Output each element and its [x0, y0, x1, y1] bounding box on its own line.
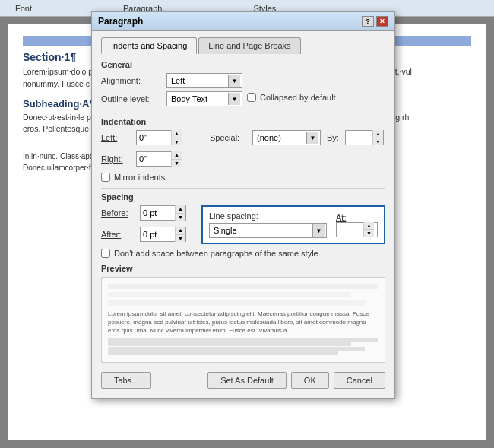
alignment-label: Alignment: [101, 76, 162, 85]
after-row: After: ▲ ▼ [101, 227, 186, 242]
spacing-label: Spacing [101, 192, 385, 202]
dialog-body: Indents and Spacing Line and Page Breaks… [92, 31, 394, 398]
at-label: At: [336, 213, 346, 222]
set-default-button[interactable]: Set As Default [207, 372, 287, 389]
by-spinner: ▲ ▼ [372, 130, 383, 145]
line-spacing-highlight: Line spacing: Single ▼ At: ▲ [201, 205, 385, 244]
before-up[interactable]: ▲ [176, 205, 185, 214]
footer-right-buttons: Set As Default OK Cancel [207, 372, 385, 389]
before-input[interactable]: ▲ ▼ [140, 205, 186, 221]
help-button[interactable]: ? [362, 16, 374, 27]
at-spinner: ▲ ▼ [363, 222, 374, 237]
preview-box: Lorem ipsum dolor sit amet, consectetur … [101, 277, 385, 363]
at-value[interactable] [337, 225, 363, 234]
divider-2 [101, 188, 385, 189]
outline-arrow[interactable]: ▼ [228, 93, 240, 105]
outline-label: Outline level: [101, 94, 162, 103]
ribbon-font: Font [15, 4, 32, 13]
left-indent-spinner: ▲ ▼ [171, 130, 182, 145]
line-spacing-dropdown[interactable]: Single ▼ [209, 223, 327, 238]
after-label: After: [101, 230, 135, 239]
outline-dropdown[interactable]: Body Text ▼ [166, 91, 242, 106]
at-up[interactable]: ▲ [364, 222, 374, 230]
spacing-section: Spacing Before: ▲ ▼ [101, 192, 385, 258]
alignment-arrow[interactable]: ▼ [228, 75, 240, 87]
special-row: Special: (none) ▼ By: [210, 130, 384, 145]
outline-row: Outline level: Body Text ▼ Collapsed by … [101, 91, 385, 106]
before-down[interactable]: ▼ [176, 214, 185, 221]
right-indent-row: Right: ▲ ▼ [101, 151, 182, 167]
left-indent-label: Left: [101, 133, 131, 142]
line-spacing-label: Line spacing: [209, 211, 327, 221]
same-style-row: Don't add space between paragraphs of th… [101, 249, 385, 258]
preview-label: Preview [101, 264, 385, 273]
alignment-dropdown[interactable]: Left ▼ [166, 73, 242, 88]
preview-lines [108, 284, 378, 307]
by-input[interactable]: ▲ ▼ [345, 130, 384, 145]
paragraph-dialog: Paragraph ? ✕ Indents and Spacing Line a… [91, 11, 395, 399]
same-style-label: Don't add space between paragraphs of th… [114, 249, 318, 258]
preview-text: Lorem ipsum dolor sit amet, consectetur … [108, 310, 378, 335]
tabs-button[interactable]: Tabs... [101, 372, 151, 389]
left-indent-down[interactable]: ▼ [172, 138, 182, 146]
right-indent-up[interactable]: ▲ [172, 151, 182, 160]
preview-section: Preview Lorem ipsum dolor sit amet, cons… [101, 264, 385, 363]
dialog-titlebar: Paragraph ? ✕ [92, 12, 394, 31]
alignment-value: Left [169, 76, 228, 85]
at-input[interactable]: ▲ ▼ [336, 222, 378, 237]
by-up[interactable]: ▲ [373, 130, 383, 138]
before-row: Before: ▲ ▼ [101, 205, 186, 221]
mirror-row: Mirror indents [101, 173, 385, 182]
left-indent-value[interactable] [137, 133, 171, 142]
special-arrow[interactable]: ▼ [306, 132, 318, 144]
mirror-checkbox[interactable] [101, 173, 110, 182]
at-down[interactable]: ▼ [364, 230, 374, 237]
dialog-title: Paragraph [98, 16, 143, 27]
collapsed-label: Collapsed by default [260, 93, 336, 102]
tab-line-page-breaks[interactable]: Line and Page Breaks [198, 37, 300, 54]
left-indent-input[interactable]: ▲ ▼ [136, 130, 182, 145]
right-indent-input[interactable]: ▲ ▼ [136, 151, 182, 167]
after-value[interactable] [141, 230, 175, 239]
left-indent-up[interactable]: ▲ [172, 130, 182, 138]
tab-indents-spacing[interactable]: Indents and Spacing [101, 37, 197, 54]
ok-button[interactable]: OK [291, 372, 329, 389]
same-style-checkbox[interactable] [101, 249, 110, 258]
dialog-controls: ? ✕ [362, 16, 388, 27]
by-value[interactable] [346, 133, 372, 142]
right-indent-down[interactable]: ▼ [172, 160, 182, 167]
collapsed-checkbox[interactable] [247, 93, 256, 102]
collapsed-row: Collapsed by default [247, 93, 336, 102]
mirror-label: Mirror indents [114, 173, 165, 182]
general-section: General Alignment: Left ▼ Outline level:… [101, 60, 385, 106]
special-value: (none) [255, 133, 306, 142]
before-value[interactable] [141, 208, 175, 218]
dialog-tabs: Indents and Spacing Line and Page Breaks [101, 37, 385, 54]
before-spinner: ▲ ▼ [175, 205, 185, 221]
after-down[interactable]: ▼ [176, 235, 185, 243]
general-label: General [101, 60, 385, 69]
outline-value: Body Text [169, 94, 228, 103]
by-label: By: [327, 133, 342, 142]
special-dropdown[interactable]: (none) ▼ [252, 130, 321, 145]
right-indent-label: Right: [101, 154, 131, 164]
alignment-row: Alignment: Left ▼ [101, 73, 385, 88]
indentation-section: Indentation Left: ▲ ▼ Ri [101, 117, 385, 182]
close-button[interactable]: ✕ [376, 16, 388, 27]
by-down[interactable]: ▼ [373, 138, 383, 146]
after-up[interactable]: ▲ [176, 227, 185, 235]
indentation-label: Indentation [101, 117, 385, 126]
cancel-button[interactable]: Cancel [334, 372, 385, 389]
left-indent-row: Left: ▲ ▼ [101, 130, 182, 145]
divider-1 [101, 113, 385, 113]
after-spinner: ▲ ▼ [175, 227, 185, 242]
right-indent-spinner: ▲ ▼ [171, 151, 182, 167]
before-label: Before: [101, 208, 135, 218]
line-spacing-arrow[interactable]: ▼ [312, 224, 325, 237]
special-label: Special: [210, 133, 248, 142]
after-input[interactable]: ▲ ▼ [140, 227, 186, 242]
line-spacing-value: Single [211, 226, 312, 235]
dialog-footer: Tabs... Set As Default OK Cancel [101, 369, 385, 390]
right-indent-value[interactable] [137, 154, 171, 164]
